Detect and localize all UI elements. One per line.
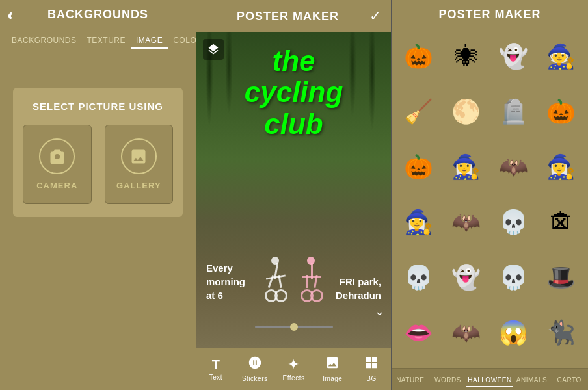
text-icon: T bbox=[212, 358, 220, 372]
layers-icon bbox=[207, 43, 220, 56]
poster-canvas[interactable]: the cycling club bbox=[196, 32, 391, 348]
sticker-gravestone[interactable]: 🪦 bbox=[492, 90, 535, 133]
bg-svg bbox=[364, 356, 379, 370]
sticker-black-cat[interactable]: 🐈‍⬛ bbox=[539, 311, 583, 355]
poster-bottom-right: FRI park, Dehradun bbox=[336, 275, 381, 302]
toolbar-text[interactable]: T Text bbox=[196, 352, 235, 386]
panel1-title: BACKGROUNDS bbox=[47, 8, 148, 21]
backgrounds-header: ‹ BACKGROUNDS bbox=[0, 0, 196, 29]
select-picture-label: SELECT PICTURE USING bbox=[33, 101, 163, 112]
toolbar-stickers-label: Stickers bbox=[242, 375, 268, 382]
sticker-pumpkins[interactable]: 🎃 bbox=[397, 145, 440, 188]
tab-backgrounds[interactable]: BACKGROUNDS bbox=[7, 33, 82, 49]
sticker-grid: 🎃🕷👻🧙🧹🌕🪦🎃🎃🧙‍♀️🦇🧙‍♀️🧙‍♀️🦇💀🏚💀👻💀🎩👄🦇😱🐈‍⬛ bbox=[392, 29, 588, 368]
poster-background: the cycling club bbox=[196, 32, 391, 348]
progress-slider[interactable] bbox=[255, 326, 333, 328]
slider-handle[interactable] bbox=[290, 323, 298, 331]
poster-bottom-left: Every morning at 6 bbox=[206, 261, 245, 302]
camera-icon-circle bbox=[39, 138, 75, 174]
sticker-ghost[interactable]: 👻 bbox=[492, 34, 535, 78]
sticker-pumpkin[interactable]: 🎃 bbox=[397, 34, 440, 78]
gallery-icon bbox=[129, 148, 148, 166]
sticker-witch-hat[interactable]: 🧙 bbox=[539, 34, 583, 78]
expand-button[interactable]: ⌄ bbox=[375, 304, 384, 318]
layers-button[interactable] bbox=[203, 39, 224, 60]
sticker-tab-animals[interactable]: ANIMALS bbox=[513, 374, 551, 387]
sticker-lips[interactable]: 👄 bbox=[397, 311, 440, 355]
gallery-option[interactable]: GALLERY bbox=[105, 125, 174, 204]
sticker-spider[interactable]: 🕷 bbox=[444, 34, 488, 78]
stickers-panel-title: POSTER MAKER bbox=[401, 8, 578, 21]
sticker-tab-nature[interactable]: NATURE bbox=[392, 374, 429, 387]
sticker-bat2[interactable]: 🦇 bbox=[444, 311, 488, 355]
toolbar-image-label: Image bbox=[323, 375, 342, 382]
cyclist-2 bbox=[301, 257, 323, 302]
image-svg bbox=[325, 356, 340, 370]
bg-icon bbox=[364, 356, 379, 374]
toolbar-effects-label: Effects bbox=[283, 374, 305, 382]
sticker-reaper[interactable]: 💀 bbox=[492, 256, 535, 300]
image-icon bbox=[325, 356, 340, 374]
sticker-witch3[interactable]: 🧙‍♀️ bbox=[397, 200, 440, 244]
sticker-tab-carto[interactable]: CARTO bbox=[550, 374, 588, 387]
stickers-header: ‹ POSTER MAKER bbox=[392, 0, 588, 29]
camera-option[interactable]: CAMERA bbox=[23, 125, 92, 204]
sticker-broom[interactable]: 🧹 bbox=[397, 90, 440, 133]
sticker-svg bbox=[248, 356, 262, 370]
sticker-skull[interactable]: 💀 bbox=[397, 256, 440, 300]
select-picture-box: SELECT PICTURE USING CAMERA GALLERY bbox=[13, 88, 183, 217]
sticker-witch2[interactable]: 🧙‍♀️ bbox=[539, 145, 583, 188]
camera-icon bbox=[48, 148, 66, 166]
sticker-witch[interactable]: 🧙‍♀️ bbox=[444, 145, 488, 188]
stickers-panel: ‹ POSTER MAKER 🎃🕷👻🧙🧹🌕🪦🎃🎃🧙‍♀️🦇🧙‍♀️🧙‍♀️🦇💀🏚… bbox=[392, 0, 588, 390]
cyclist-1 bbox=[265, 257, 287, 302]
toolbar-effects[interactable]: ✦ Effects bbox=[274, 352, 314, 386]
sticker-scream[interactable]: 😱 bbox=[492, 311, 535, 355]
sticker-haunted-house[interactable]: 🏚 bbox=[539, 200, 583, 244]
tab-image[interactable]: IMAGE bbox=[131, 33, 168, 49]
gallery-icon-circle bbox=[121, 138, 157, 174]
toolbar-bg[interactable]: BG bbox=[352, 352, 391, 386]
sticker-bat[interactable]: 🦇 bbox=[444, 200, 488, 244]
stickers-icon bbox=[248, 356, 262, 374]
sticker-tab-halloween[interactable]: HALLOWEEN bbox=[466, 374, 513, 387]
sticker-tab-words[interactable]: WORDS bbox=[429, 374, 467, 387]
poster-maker-panel: ‹ POSTER MAKER ✓ the cycling club bbox=[196, 0, 392, 390]
sticker-pumpkin2[interactable]: 🎃 bbox=[539, 90, 583, 133]
stickers-back-button[interactable]: ‹ bbox=[8, 6, 12, 23]
poster-main-text[interactable]: the cycling club bbox=[235, 46, 353, 140]
effects-icon: ✦ bbox=[287, 356, 299, 373]
sticker-ghosts[interactable]: 👻 bbox=[444, 256, 488, 300]
poster-header: ‹ POSTER MAKER ✓ bbox=[196, 0, 391, 32]
confirm-button[interactable]: ✓ bbox=[369, 8, 381, 25]
sticker-bat-moon[interactable]: 🦇 bbox=[492, 145, 535, 188]
sticker-hat[interactable]: 🎩 bbox=[539, 256, 583, 300]
poster-title: POSTER MAKER bbox=[206, 10, 369, 23]
sticker-halloween-text[interactable]: 💀 bbox=[492, 200, 535, 244]
poster-toolbar: T Text Stickers ✦ Effects Image bbox=[196, 348, 391, 390]
tab-texture[interactable]: TEXTURE bbox=[82, 33, 131, 49]
gallery-label: GALLERY bbox=[116, 181, 161, 190]
backgrounds-tabs: BACKGROUNDS TEXTURE IMAGE COLOR bbox=[0, 29, 196, 49]
backgrounds-panel: ‹ BACKGROUNDS BACKGROUNDS TEXTURE IMAGE … bbox=[0, 0, 196, 390]
cyclist-figures bbox=[265, 257, 323, 302]
picture-options: CAMERA GALLERY bbox=[23, 125, 173, 204]
camera-label: CAMERA bbox=[36, 181, 77, 190]
sticker-tabs: NATUREWORDSHALLOWEENANIMALSCARTO bbox=[392, 368, 588, 390]
sticker-moon[interactable]: 🌕 bbox=[444, 90, 488, 133]
toolbar-stickers[interactable]: Stickers bbox=[235, 352, 274, 386]
toolbar-text-label: Text bbox=[209, 374, 222, 381]
toolbar-image[interactable]: Image bbox=[313, 352, 352, 386]
toolbar-bg-label: BG bbox=[366, 375, 376, 382]
